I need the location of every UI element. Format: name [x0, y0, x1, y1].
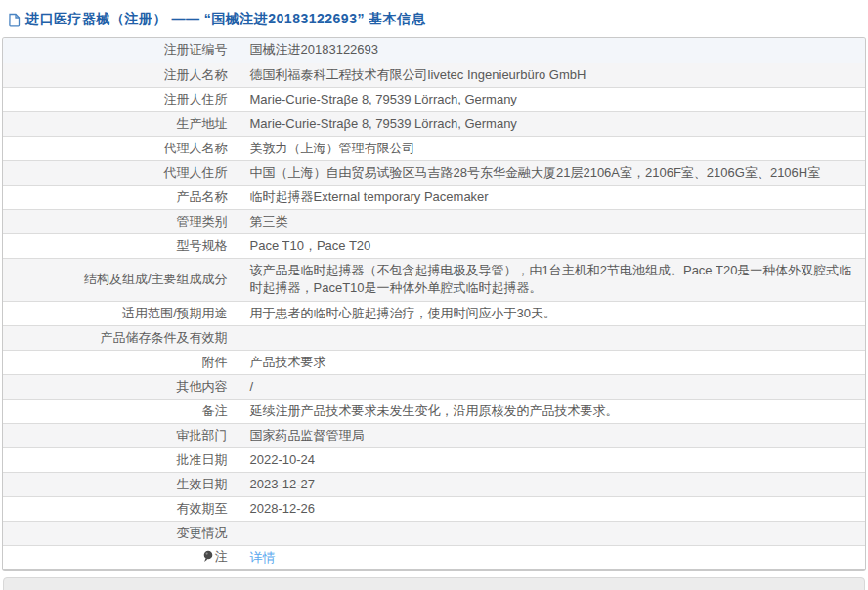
field-value: 临时起搏器External temporary Pacemaker — [239, 185, 865, 209]
field-label: 变更情况 — [3, 521, 239, 545]
table-row: 有效期至 2028-12-26 — [3, 496, 865, 521]
field-label: 代理人名称 — [3, 136, 239, 160]
field-label: 生效日期 — [3, 472, 239, 496]
field-label: 备注 — [3, 399, 239, 423]
details-link[interactable]: 详情 — [250, 550, 276, 565]
field-label: 注册人住所 — [3, 87, 239, 111]
field-label: 型号规格 — [3, 233, 239, 258]
field-label: 批准日期 — [3, 447, 239, 472]
table-row: 其他内容 / — [3, 374, 865, 399]
table-row: 备注 延续注册产品技术要求未发生变化，沿用原核发的产品技术要求。 — [3, 399, 865, 423]
page-header: 进口医疗器械（注册） —— “国械注进20183122693” 基本信息 — [0, 0, 868, 29]
pin-icon — [202, 550, 213, 568]
page-title: 进口医疗器械（注册） —— “国械注进20183122693” 基本信息 — [25, 11, 425, 28]
field-label: 管理类别 — [3, 209, 239, 233]
field-value — [239, 325, 865, 350]
table-row: 注 详情 — [3, 545, 865, 569]
field-label: 生产地址 — [3, 111, 239, 136]
field-value: 美敦力（上海）管理有限公司 — [239, 136, 865, 160]
field-value: Pace T10，Pace T20 — [239, 233, 865, 258]
field-value — [239, 521, 865, 545]
table-row: 产品储存条件及有效期 — [3, 325, 865, 350]
field-value: 国械注进20183122693 — [239, 38, 865, 63]
field-value: 国家药品监督管理局 — [239, 423, 865, 447]
field-value: 德国利福泰科工程技术有限公司livetec Ingenieurbüro GmbH — [239, 63, 865, 87]
field-label: 附件 — [3, 350, 239, 374]
field-label: 产品储存条件及有效期 — [3, 325, 239, 350]
next-section-edge — [3, 577, 865, 590]
field-label: 有效期至 — [3, 496, 239, 521]
table-row: 适用范围/预期用途 用于患者的临时心脏起搏治疗，使用时间应小于30天。 — [3, 301, 865, 325]
field-value: 用于患者的临时心脏起搏治疗，使用时间应小于30天。 — [239, 301, 865, 325]
field-value: Marie-Curie-Straβe 8, 79539 Lörrach, Ger… — [239, 111, 865, 136]
document-icon — [7, 12, 22, 27]
table-row: 批准日期 2022-10-24 — [3, 447, 865, 472]
table-row: 代理人住所 中国（上海）自由贸易试验区马吉路28号东华金融大厦21层2106A室… — [3, 160, 865, 185]
table-row: 审批部门 国家药品监督管理局 — [3, 423, 865, 447]
table-row: 生效日期 2023-12-27 — [3, 472, 865, 496]
field-value: 延续注册产品技术要求未发生变化，沿用原核发的产品技术要求。 — [239, 399, 865, 423]
field-value: 产品技术要求 — [239, 350, 865, 374]
table-row: 变更情况 — [3, 521, 865, 545]
table-row: 管理类别 第三类 — [3, 209, 865, 233]
field-value: 2022-10-24 — [239, 447, 865, 472]
table-row: 注册人住所 Marie-Curie-Straβe 8, 79539 Lörrac… — [3, 87, 865, 111]
field-label: 注册证编号 — [3, 38, 239, 63]
note-label-text: 注 — [215, 549, 228, 564]
field-label: 产品名称 — [3, 185, 239, 209]
field-value: / — [239, 374, 865, 399]
table-row: 型号规格 Pace T10，Pace T20 — [3, 233, 865, 258]
table-row: 注册证编号 国械注进20183122693 — [3, 38, 865, 63]
note-label: 注 — [3, 545, 239, 569]
registration-info-table: 注册证编号 国械注进20183122693 注册人名称 德国利福泰科工程技术有限… — [3, 38, 865, 569]
field-value: 第三类 — [239, 209, 865, 233]
table-row: 附件 产品技术要求 — [3, 350, 865, 374]
table-row: 注册人名称 德国利福泰科工程技术有限公司livetec Ingenieurbür… — [3, 63, 865, 87]
field-label: 适用范围/预期用途 — [3, 301, 239, 325]
registration-info-panel: 注册证编号 国械注进20183122693 注册人名称 德国利福泰科工程技术有限… — [2, 37, 866, 571]
field-value: 该产品是临时起搏器（不包含起搏电极及导管），由1台主机和2节电池组成。Pace … — [239, 258, 865, 301]
field-label: 其他内容 — [3, 374, 239, 399]
field-value: Marie-Curie-Straβe 8, 79539 Lörrach, Ger… — [239, 87, 865, 111]
field-label: 结构及组成/主要组成成分 — [3, 258, 239, 301]
field-label: 审批部门 — [3, 423, 239, 447]
field-value: 2028-12-26 — [239, 496, 865, 521]
field-label: 代理人住所 — [3, 160, 239, 185]
field-value: 2023-12-27 — [239, 472, 865, 496]
table-row: 产品名称 临时起搏器External temporary Pacemaker — [3, 185, 865, 209]
table-row: 代理人名称 美敦力（上海）管理有限公司 — [3, 136, 865, 160]
field-label: 注册人名称 — [3, 63, 239, 87]
table-row: 结构及组成/主要组成成分 该产品是临时起搏器（不包含起搏电极及导管），由1台主机… — [3, 258, 865, 301]
field-value: 详情 — [239, 545, 865, 569]
table-row: 生产地址 Marie-Curie-Straβe 8, 79539 Lörrach… — [3, 111, 865, 136]
field-value: 中国（上海）自由贸易试验区马吉路28号东华金融大厦21层2106A室，2106F… — [239, 160, 865, 185]
